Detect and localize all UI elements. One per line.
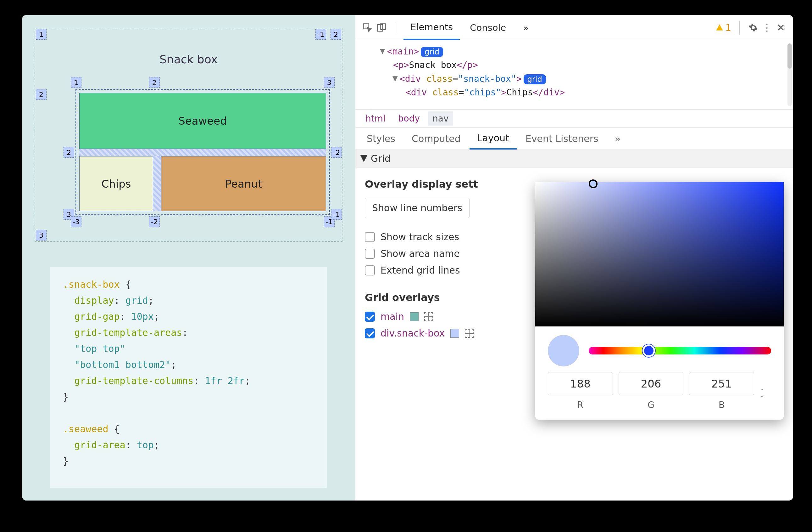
grid-highlight-icon[interactable] <box>465 329 474 338</box>
kebab-icon[interactable]: ⋮ <box>762 22 772 33</box>
scrollbar-thumb[interactable] <box>787 43 792 69</box>
color-canvas[interactable] <box>535 182 784 327</box>
devtools-window: 1 -1 2 2 3 Snack box 1 2 3 2 -2 3 -3 -2 … <box>22 15 793 501</box>
grid-line-label: -2 <box>149 216 160 227</box>
outer-grid-label: -1 <box>316 29 326 40</box>
tab-styles[interactable]: Styles <box>359 128 403 150</box>
grid-line-label: -1 <box>331 209 342 220</box>
svg-rect-1 <box>378 25 383 31</box>
page-viewport: 1 -1 2 2 3 Snack box 1 2 3 2 -2 3 -3 -2 … <box>22 15 356 501</box>
line-numbers-select[interactable]: Show line numbers <box>365 198 469 218</box>
color-sample-swatch[interactable] <box>548 335 579 366</box>
checkbox-overlay-main[interactable] <box>365 312 375 322</box>
grid-item-peanut: Peanut <box>161 156 326 211</box>
grid-line-label: 3 <box>324 77 335 88</box>
tab-layout[interactable]: Layout <box>469 128 517 150</box>
devtools-panel: Elements Console » 1 ⋮ ✕ ▶<main>grid <p>… <box>356 15 793 501</box>
devtools-toolbar: Elements Console » 1 ⋮ ✕ <box>356 15 793 40</box>
checkbox-extend-lines[interactable] <box>365 265 375 276</box>
device-toggle-icon[interactable] <box>376 22 387 33</box>
tab-more[interactable]: » <box>516 15 536 40</box>
grid-gap-horizontal <box>79 149 326 156</box>
grid-badge[interactable]: grid <box>524 74 546 84</box>
snackbox-grid: 1 2 3 2 -2 3 -3 -2 -1 -1 Seaweed Chips P… <box>75 89 330 215</box>
color-swatch[interactable] <box>410 312 419 321</box>
checkbox-overlay-snackbox[interactable] <box>365 328 375 338</box>
grid-section-header[interactable]: ▶Grid <box>356 150 793 167</box>
grid-item-chips: Chips <box>79 156 153 211</box>
warning-badge[interactable]: 1 <box>715 22 731 33</box>
input-r[interactable]: 188 <box>548 372 613 395</box>
crumb-html[interactable]: html <box>361 111 390 126</box>
tab-elements[interactable]: Elements <box>404 15 460 40</box>
input-g[interactable]: 206 <box>619 372 684 395</box>
grid-highlight-icon[interactable] <box>424 312 433 321</box>
grid-item-seaweed: Seaweed <box>79 93 326 149</box>
grid-overlay-demo: 1 -1 2 2 3 Snack box 1 2 3 2 -2 3 -3 -2 … <box>34 28 343 242</box>
grid-line-label: 2 <box>149 77 160 88</box>
code-sample: .snack-box { display: grid; grid-gap: 10… <box>50 267 327 488</box>
grid-badge[interactable]: grid <box>421 47 443 57</box>
sidebar-tabs: Styles Computed Layout Event Listeners » <box>356 128 793 150</box>
outer-grid-label: 1 <box>36 29 46 40</box>
outer-grid-label: 2 <box>36 89 46 100</box>
checkbox-track-sizes[interactable] <box>365 232 375 242</box>
outer-grid-label: 3 <box>36 230 46 240</box>
tab-more[interactable]: » <box>607 128 628 150</box>
demo-title: Snack box <box>34 53 343 66</box>
tab-computed[interactable]: Computed <box>404 128 468 150</box>
inspect-icon[interactable] <box>362 22 373 33</box>
color-reticle[interactable] <box>589 179 597 188</box>
crumb-body[interactable]: body <box>394 111 424 126</box>
grid-line-label: 1 <box>71 77 82 88</box>
breadcrumb: html body nav <box>356 110 793 128</box>
outer-grid-label: 2 <box>331 29 341 40</box>
color-swatch[interactable] <box>450 329 459 338</box>
hue-slider[interactable] <box>589 347 771 354</box>
grid-line-label: 2 <box>63 147 74 158</box>
tab-event-listeners[interactable]: Event Listeners <box>518 128 606 150</box>
close-icon[interactable]: ✕ <box>775 22 786 33</box>
input-b[interactable]: 251 <box>689 372 754 395</box>
grid-line-label: -2 <box>331 147 342 158</box>
color-mode-switch[interactable]: ⌃⌄ <box>760 390 771 397</box>
gear-icon[interactable] <box>748 22 758 33</box>
tab-console[interactable]: Console <box>463 15 513 40</box>
hue-slider-handle[interactable] <box>642 345 655 357</box>
crumb-nav[interactable]: nav <box>428 111 453 126</box>
color-picker-popover: 188R 206G 251B ⌃⌄ <box>535 182 784 420</box>
dom-tree[interactable]: ▶<main>grid <p>Snack box</p> ▶<div class… <box>356 40 793 110</box>
grid-line-label: -3 <box>71 216 82 227</box>
checkbox-area-names[interactable] <box>365 249 375 259</box>
